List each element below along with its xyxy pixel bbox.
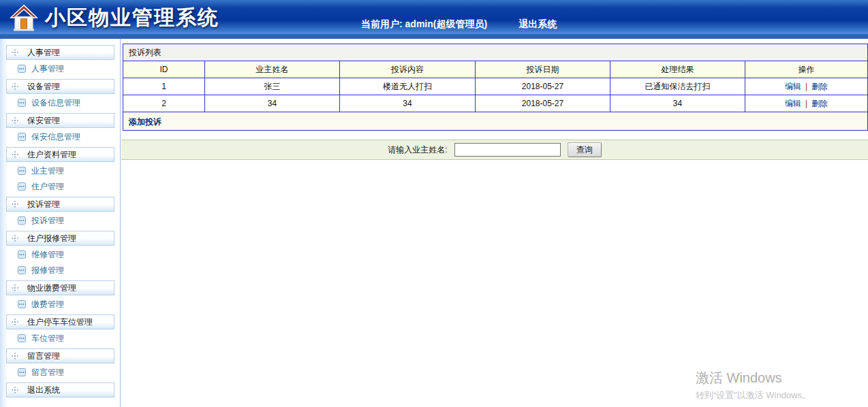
subitem-bullet-icon [18, 250, 26, 259]
column-header-4: 处理结果 [610, 61, 745, 78]
subitem-bullet-icon [18, 334, 26, 342]
sidebar-item-7[interactable]: 业主管理 [18, 164, 120, 178]
table-header-row: ID业主姓名投诉内容投诉日期处理结果操作 [123, 61, 868, 78]
app-header: 小区物业管理系统 当前用户: admin(超级管理员) 退出系统 [0, 0, 868, 39]
sidebar-item-label: 留言管理 [31, 367, 64, 378]
table-cell: 2 [123, 95, 205, 112]
edit-link[interactable]: 编辑 [785, 82, 801, 91]
sidebar-item-label: 物业缴费管理 [27, 282, 76, 294]
complaints-table: ID业主姓名投诉内容投诉日期处理结果操作 1张三楼道无人打扫2018-05-27… [123, 61, 868, 112]
sidebar-item-label: 投诉管理 [27, 199, 60, 210]
sidebar-category-9[interactable]: 投诉管理 [6, 197, 114, 212]
sidebar-category-4[interactable]: 保安管理 [6, 113, 114, 128]
sidebar-item-label: 投诉管理 [31, 215, 64, 227]
sidebar-item-label: 住户资料管理 [27, 149, 76, 161]
delete-link[interactable]: 删除 [811, 82, 828, 91]
sidebar-item-17[interactable]: 车位管理 [18, 331, 120, 345]
category-bullet-icon [12, 387, 18, 393]
subitem-bullet-icon [18, 99, 26, 107]
table-row: 1张三楼道无人打扫2018-05-27已通知保洁去打扫编辑|删除 [123, 78, 868, 95]
column-header-2: 投诉内容 [340, 61, 476, 78]
sidebar-item-19[interactable]: 留言管理 [18, 365, 120, 379]
add-complaint-row: 添加投诉 [123, 112, 868, 131]
app-title: 小区物业管理系统 [45, 4, 219, 32]
table-cell: 张三 [205, 78, 340, 95]
user-bar: 当前用户: admin(超级管理员) 退出系统 [361, 18, 557, 31]
home-logo-icon [10, 3, 38, 32]
sidebar-item-label: 住户停车车位管理 [27, 316, 93, 328]
sidebar-item-label: 保安信息管理 [31, 131, 80, 143]
sidebar-item-12[interactable]: 维修管理 [18, 248, 120, 261]
table-cell: 1 [123, 78, 205, 95]
category-bullet-icon [12, 235, 18, 242]
category-bullet-icon [12, 353, 18, 359]
sidebar-category-0[interactable]: 人事管理 [6, 45, 114, 60]
table-cell: 2018-05-27 [476, 95, 610, 112]
sidebar-item-label: 人事管理 [31, 63, 64, 75]
delete-link[interactable]: 删除 [811, 99, 828, 108]
sidebar-item-label: 设备管理 [27, 81, 60, 93]
row-actions-cell: 编辑|删除 [745, 95, 868, 112]
subitem-bullet-icon [18, 167, 26, 175]
sidebar-category-14[interactable]: 物业缴费管理 [6, 280, 114, 295]
sidebar-item-8[interactable]: 住户管理 [18, 180, 120, 193]
table-cell: 34 [340, 95, 476, 112]
subitem-bullet-icon [18, 182, 26, 191]
sidebar-item-label: 业主管理 [31, 165, 64, 177]
sidebar-category-11[interactable]: 住户报修管理 [6, 231, 114, 246]
table-row: 234342018-05-2734编辑|删除 [123, 95, 868, 112]
sidebar-item-label: 报修管理 [31, 265, 64, 276]
sidebar-item-label: 退出系统 [27, 385, 60, 396]
row-actions-cell: 编辑|删除 [745, 78, 868, 95]
column-header-0: ID [123, 61, 205, 78]
sidebar-item-label: 留言管理 [27, 351, 60, 362]
category-bullet-icon [12, 117, 18, 124]
sidebar-item-label: 住户管理 [31, 181, 64, 193]
subitem-bullet-icon [18, 300, 26, 308]
column-header-5: 操作 [745, 61, 868, 78]
logout-link[interactable]: 退出系统 [518, 18, 557, 31]
sidebar-item-5[interactable]: 保安信息管理 [18, 130, 120, 144]
sidebar-item-label: 人事管理 [27, 47, 60, 59]
sidebar-nav: 人事管理人事管理设备管理设备信息管理保安管理保安信息管理住户资料管理业主管理住户… [0, 39, 121, 407]
sidebar-item-label: 车位管理 [31, 333, 64, 344]
column-header-1: 业主姓名 [205, 61, 340, 78]
table-cell: 2018-05-27 [476, 78, 610, 95]
current-user-value: admin(超级管理员) [405, 18, 488, 29]
category-bullet-icon [12, 83, 18, 90]
sidebar-category-20[interactable]: 退出系统 [6, 382, 114, 397]
sidebar-category-16[interactable]: 住户停车车位管理 [6, 314, 114, 329]
sidebar-item-15[interactable]: 缴费管理 [18, 297, 120, 311]
sidebar-item-label: 缴费管理 [31, 299, 64, 310]
current-user-text: 当前用户: admin(超级管理员) [361, 18, 487, 31]
sidebar-category-18[interactable]: 留言管理 [6, 348, 114, 363]
subitem-bullet-icon [18, 216, 26, 225]
sidebar-item-label: 维修管理 [31, 249, 64, 261]
sidebar-category-2[interactable]: 设备管理 [6, 79, 114, 94]
category-bullet-icon [12, 201, 18, 208]
sidebar-item-10[interactable]: 投诉管理 [18, 214, 120, 227]
search-button[interactable]: 查询 [568, 142, 602, 157]
sidebar-category-6[interactable]: 住户资料管理 [6, 147, 114, 162]
sidebar-item-label: 住户报修管理 [27, 233, 76, 244]
subitem-bullet-icon [18, 65, 26, 73]
table-cell: 楼道无人打扫 [340, 78, 476, 95]
owner-name-input[interactable] [454, 143, 561, 157]
column-header-3: 投诉日期 [476, 61, 610, 78]
current-user-label: 当前用户: [361, 18, 403, 29]
category-bullet-icon [12, 151, 18, 158]
table-cell: 34 [610, 95, 745, 112]
subitem-bullet-icon [18, 266, 26, 274]
subitem-bullet-icon [18, 133, 26, 141]
category-bullet-icon [12, 319, 18, 325]
main-content: 投诉列表 ID业主姓名投诉内容投诉日期处理结果操作 1张三楼道无人打扫2018-… [121, 39, 868, 407]
sidebar-item-1[interactable]: 人事管理 [18, 62, 120, 76]
add-complaint-link[interactable]: 添加投诉 [129, 117, 161, 127]
edit-link[interactable]: 编辑 [785, 99, 801, 108]
sidebar-item-label: 保安管理 [27, 115, 60, 127]
sidebar-item-13[interactable]: 报修管理 [18, 263, 120, 277]
sidebar-item-3[interactable]: 设备信息管理 [18, 96, 120, 110]
category-bullet-icon [12, 284, 18, 291]
category-bullet-icon [12, 49, 18, 56]
table-cell: 34 [205, 95, 340, 112]
